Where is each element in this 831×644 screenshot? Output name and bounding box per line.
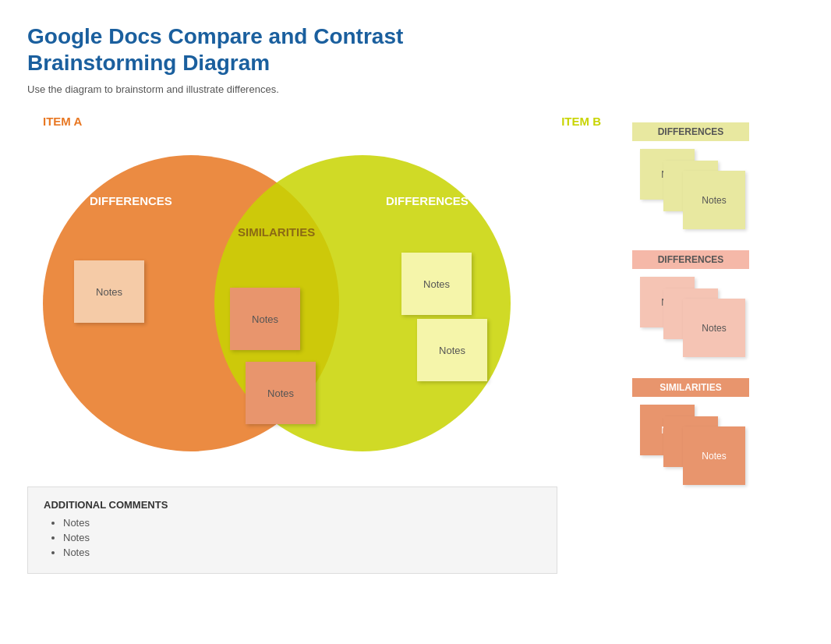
stacked-notes-diff-a: No Not Notes [640,149,757,235]
note-sim2[interactable]: Notes [246,362,316,424]
page-title: Google Docs Compare and ContrastBrainsto… [27,23,804,76]
item-a-label: ITEM A [43,115,82,128]
page: Google Docs Compare and ContrastBrainsto… [0,0,831,644]
sidebar-section-sim: SIMILARITIES No Not Notes [632,378,804,490]
stack-note-a3[interactable]: Notes [683,171,745,229]
diagram-area: ITEM A ITEM B DIFFERENCES DIFFERENCES SI… [27,115,617,574]
additional-comments-box: ADDITIONAL COMMENTS Notes Notes Notes [27,487,557,574]
venn-diagram: DIFFERENCES DIFFERENCES SIMILARITIES Not… [27,132,557,475]
additional-item-2: Notes [63,532,541,543]
sidebar-section-diff-a: DIFFERENCES No Not Notes [632,122,804,235]
note-b2[interactable]: Notes [417,319,487,381]
stack-note-sim3[interactable]: Notes [683,426,745,485]
stacked-notes-diff-b: No Not Notes [640,277,757,363]
note-b1[interactable]: Notes [401,253,472,315]
stack-note-b3[interactable]: Notes [683,299,745,357]
item-b-label: ITEM B [561,115,601,128]
sidebar-badge-sim: SIMILARITIES [632,378,749,397]
similarities-label: SIMILARITIES [238,225,315,239]
additional-item-1: Notes [63,517,541,529]
additional-title: ADDITIONAL COMMENTS [44,499,541,511]
sidebar-badge-diff-a: DIFFERENCES [632,122,749,141]
sidebar-section-diff-b: DIFFERENCES No Not Notes [632,250,804,363]
sidebar: DIFFERENCES No Not Notes DIFFERENCES [632,115,804,574]
additional-item-3: Notes [63,547,541,558]
note-sim1[interactable]: Notes [230,288,300,350]
item-labels: ITEM A ITEM B [27,115,617,128]
diff-b-label: DIFFERENCES [386,194,469,207]
main-content: ITEM A ITEM B DIFFERENCES DIFFERENCES SI… [27,115,804,574]
subtitle: Use the diagram to brainstorm and illust… [27,83,804,95]
additional-list: Notes Notes Notes [44,517,541,558]
sidebar-badge-diff-b: DIFFERENCES [632,250,749,269]
note-a1[interactable]: Notes [74,260,144,323]
diff-a-label: DIFFERENCES [90,194,172,207]
stacked-notes-sim: No Not Notes [640,405,757,490]
